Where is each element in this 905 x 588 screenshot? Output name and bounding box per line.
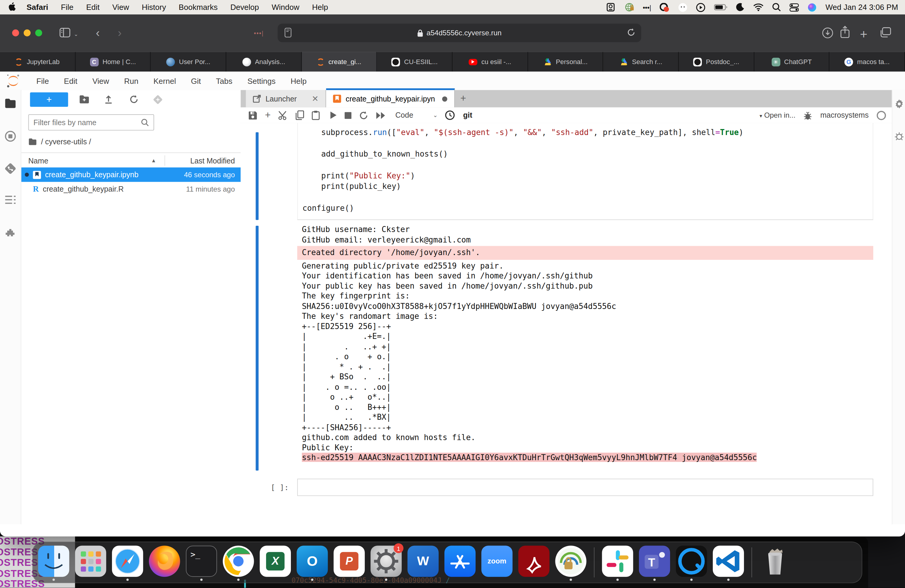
dock-chrome-icon[interactable] <box>222 545 254 580</box>
dock-settings-icon[interactable]: 1 <box>370 545 402 580</box>
menu-item-develop[interactable]: Develop <box>224 3 265 12</box>
stop-kernel-button[interactable] <box>345 112 351 119</box>
back-button[interactable]: ‹ <box>96 27 100 40</box>
dock-finder-icon[interactable] <box>37 545 70 580</box>
battery-icon[interactable] <box>714 4 727 10</box>
extension-dots-icon[interactable]: •••| <box>254 30 264 36</box>
moon-icon[interactable] <box>736 3 745 12</box>
control-center-icon[interactable] <box>790 3 799 12</box>
menubar-clock[interactable]: Wed Jan 24 3:06 PM <box>826 3 898 12</box>
copy-cells-button[interactable] <box>295 110 304 120</box>
open-in-dropdown[interactable]: ▾ Open in... <box>760 111 795 119</box>
wifi-icon[interactable] <box>753 3 764 11</box>
running-terminals-tab-icon[interactable] <box>5 130 16 142</box>
property-inspector-gear-icon[interactable] <box>894 99 904 109</box>
safari-tab-6[interactable]: cu esiil -... <box>452 52 528 72</box>
sidebar-chevron-icon[interactable]: ⌄ <box>74 31 78 37</box>
dock-teams-icon[interactable]: T <box>638 545 671 580</box>
jlab-menu-view[interactable]: View <box>85 77 117 85</box>
git-toolbar-label[interactable]: git <box>463 111 472 119</box>
code-cell-editor[interactable]: subprocess.run(["eval", "$(ssh-agent -s)… <box>297 123 873 220</box>
new-tab-button[interactable]: + <box>860 27 868 42</box>
dock-safari-icon[interactable] <box>111 545 144 580</box>
share-icon[interactable] <box>840 25 850 39</box>
downloads-icon[interactable] <box>822 27 834 39</box>
run-cell-button[interactable] <box>330 111 337 119</box>
unsaved-changes-dot[interactable] <box>442 96 447 101</box>
dock-excel-icon[interactable]: X <box>259 545 292 580</box>
jlab-menu-help[interactable]: Help <box>283 77 314 85</box>
jlab-menu-settings[interactable]: Settings <box>240 77 283 85</box>
git-clone-icon[interactable] <box>153 95 163 105</box>
history-clock-icon[interactable] <box>445 110 455 120</box>
column-divider[interactable] <box>164 156 165 166</box>
restart-run-all-button[interactable] <box>376 111 386 119</box>
play-circle-icon[interactable] <box>696 3 705 12</box>
jlab-menu-tabs[interactable]: Tabs <box>208 77 240 85</box>
jlab-menu-git[interactable]: Git <box>183 77 208 85</box>
safari-tab-9[interactable]: Postdoc_... <box>679 52 754 72</box>
jlab-menu-kernel[interactable]: Kernel <box>146 77 183 85</box>
safari-tab-7[interactable]: Personal... <box>528 52 603 72</box>
jlab-menu-file[interactable]: File <box>29 77 56 85</box>
insert-cell-button[interactable]: + <box>265 109 270 121</box>
safari-tab-11[interactable]: Gmacos ta... <box>830 52 905 72</box>
reload-icon[interactable] <box>627 28 635 37</box>
output-collapser-bar[interactable] <box>256 226 259 470</box>
safari-tab-4[interactable]: create_gi... <box>302 52 377 72</box>
screen-record-icon[interactable] <box>607 3 616 12</box>
dock-trash-icon[interactable] <box>759 545 791 580</box>
git-tab-icon[interactable] <box>5 163 16 175</box>
extensions-tab-icon[interactable] <box>5 227 16 239</box>
menu-item-edit[interactable]: Edit <box>80 3 106 12</box>
tab-overview-icon[interactable] <box>880 27 891 38</box>
forward-button[interactable]: › <box>117 27 122 40</box>
new-launcher-button[interactable]: + <box>30 92 68 107</box>
dock-acrobat-icon[interactable] <box>518 545 550 580</box>
dock-word-icon[interactable]: W <box>407 545 439 580</box>
menu-item-view[interactable]: View <box>106 3 135 12</box>
file-row-1[interactable]: Rcreate_github_keypair.R11 minutes ago <box>21 182 241 196</box>
dock-quicktime-icon[interactable] <box>675 545 708 580</box>
dock-powerpoint-icon[interactable]: P <box>333 545 365 580</box>
address-bar[interactable]: a54d5556c.cyverse.run <box>278 24 641 42</box>
safari-tab-1[interactable]: CHome | C... <box>75 52 151 72</box>
safari-tab-8[interactable]: Search r... <box>603 52 679 72</box>
menu-item-file[interactable]: File <box>54 3 79 12</box>
dock-outlook-icon[interactable]: O <box>296 545 328 580</box>
menu-item-help[interactable]: Help <box>306 3 335 12</box>
cell-type-dropdown[interactable]: Code ⌄ <box>395 111 438 119</box>
menu-item-window[interactable]: Window <box>265 3 306 12</box>
close-tab-icon[interactable]: ✕ <box>312 94 319 103</box>
safari-tab-2[interactable]: User Por... <box>151 52 226 72</box>
active-cell-indicator-bar[interactable] <box>256 132 259 220</box>
kernel-status-icon[interactable] <box>876 110 886 120</box>
dock-vscode-icon[interactable] <box>712 545 745 580</box>
menu-item-history[interactable]: History <box>135 3 172 12</box>
refresh-icon[interactable] <box>129 95 138 104</box>
vpn-globe-icon[interactable] <box>625 3 634 12</box>
apple-logo-icon[interactable] <box>8 2 17 12</box>
safari-tab-3[interactable]: Analysis... <box>226 52 302 72</box>
jlab-menu-edit[interactable]: Edit <box>57 77 85 85</box>
reader-icon[interactable] <box>284 28 292 38</box>
dock-anyconnect-icon[interactable] <box>554 545 587 580</box>
zoom-window-button[interactable] <box>35 29 42 36</box>
jlab-menu-run[interactable]: Run <box>117 77 146 85</box>
kernel-name-label[interactable]: macrosystems <box>820 111 869 119</box>
safari-tab-5[interactable]: CU-ESIIL... <box>377 52 452 72</box>
spotlight-icon[interactable] <box>772 3 781 12</box>
empty-cell-editor[interactable] <box>297 479 873 496</box>
table-of-contents-tab-icon[interactable] <box>5 195 16 205</box>
upload-icon[interactable] <box>104 95 113 104</box>
sidebar-toggle-icon[interactable] <box>60 28 71 38</box>
new-document-tab-button[interactable]: + <box>460 93 466 105</box>
safari-tab-10[interactable]: ✳ChatGPT <box>754 52 830 72</box>
file-list-header[interactable]: Name ▲ Last Modified <box>21 153 241 168</box>
paste-cells-button[interactable] <box>311 110 320 120</box>
filter-files-input[interactable] <box>29 118 141 127</box>
column-name-label[interactable]: Name <box>28 156 48 165</box>
notebook-content[interactable]: subprocess.run(["eval", "$(ssh-agent -s)… <box>241 123 892 524</box>
new-folder-icon[interactable] <box>79 95 89 104</box>
dock-firefox-icon[interactable] <box>148 545 181 580</box>
